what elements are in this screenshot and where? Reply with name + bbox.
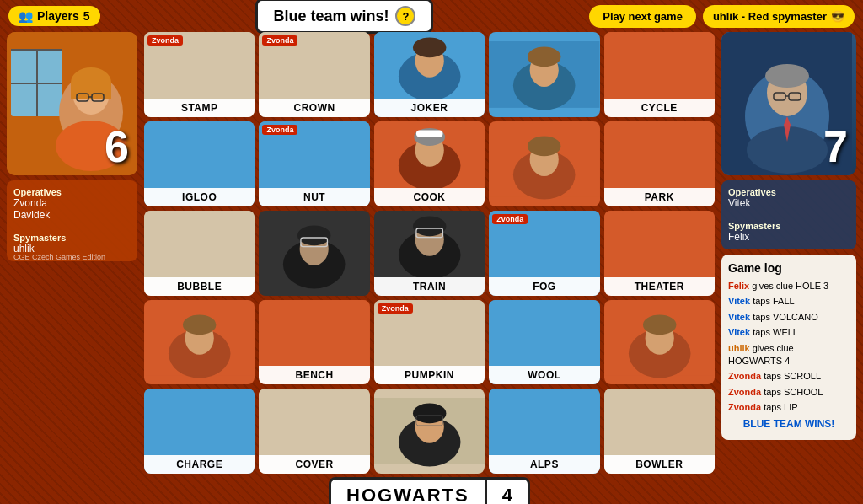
red-operative: Vitek	[728, 197, 850, 209]
svg-point-20	[413, 38, 446, 58]
card-NUT[interactable]: ZvondaNUT	[259, 121, 369, 206]
card-COVER[interactable]: COVER	[259, 389, 369, 474]
blue-operative-1: Zvonda	[13, 197, 131, 209]
card-CHARGE[interactable]: CHARGE	[144, 389, 255, 474]
card-empty-22[interactable]	[374, 389, 485, 474]
user-emoji: 😎	[831, 10, 844, 23]
svg-rect-70	[604, 389, 715, 455]
log-entry: Zvonda taps SCROLL	[728, 370, 850, 383]
card-label: TRAIN	[374, 277, 485, 296]
blue-team-score: 6	[105, 125, 129, 169]
card-IGLOO[interactable]: IGLOO	[144, 121, 255, 206]
card-BUBBLE[interactable]: BUBBLE	[144, 211, 255, 296]
blue-team-info: Operatives Zvonda Davidek Spymasters uhl…	[7, 180, 137, 261]
log-entry: Felix gives clue HOLE 3	[728, 280, 850, 292]
blue-operatives-label: Operatives	[13, 187, 131, 197]
red-team-card: 7	[721, 32, 856, 175]
svg-rect-32	[416, 130, 443, 137]
players-label: Players	[37, 9, 79, 23]
help-button[interactable]: ?	[395, 6, 415, 26]
svg-rect-50	[604, 211, 715, 277]
log-entry: Vitek taps FALL	[728, 295, 850, 308]
svg-rect-25	[604, 32, 715, 99]
card-label: FOG	[489, 277, 599, 296]
card-label: CYCLE	[604, 99, 715, 117]
card-label: BOWLER	[604, 455, 715, 474]
players-icon: 👥	[19, 9, 33, 23]
red-team-info: Operatives Vitek Spymasters Felix	[721, 180, 856, 249]
card-label: COVER	[259, 455, 369, 474]
svg-rect-63	[259, 389, 369, 455]
card-BOWLER[interactable]: BOWLER	[604, 389, 715, 474]
card-label: CHARGE	[144, 455, 255, 474]
card-tag: Zvonda	[147, 35, 183, 46]
card-label: WOOL	[489, 366, 599, 384]
svg-point-42	[297, 225, 330, 245]
card-BENCH[interactable]: BENCH	[259, 300, 369, 385]
card-label: BUBBLE	[144, 277, 255, 296]
right-panel: 7 Operatives Vitek Spymasters Felix Game…	[721, 32, 856, 497]
game-log: Game log Felix gives clue HOLE 3Vitek ta…	[721, 255, 856, 440]
card-label: COOK	[374, 188, 485, 206]
card-tag: Zvonda	[378, 303, 413, 314]
log-entry: uhlik gives clue HOGWARTS 4	[728, 342, 850, 368]
red-spymaster: Felix	[728, 231, 850, 243]
card-COOK[interactable]: COOK	[374, 121, 485, 206]
card-JOKER[interactable]: JOKER	[374, 32, 485, 117]
card-label: NUT	[259, 188, 369, 206]
log-entries: Felix gives clue HOLE 3Vitek taps FALLVi…	[728, 280, 850, 431]
log-entry: BLUE TEAM WINS!	[728, 417, 850, 432]
card-CROWN[interactable]: ZvondaCROWN	[259, 32, 369, 117]
blue-team-panel: 6 Operatives Zvonda Davidek Spymasters u…	[7, 32, 137, 497]
clue-word: HOGWARTS	[329, 477, 485, 504]
card-TRAIN[interactable]: TRAIN	[374, 211, 485, 296]
card-tag: Zvonda	[262, 35, 297, 46]
svg-rect-6	[11, 83, 62, 84]
log-entry: Vitek taps WELL	[728, 326, 850, 339]
card-grid: ZvondaSTAMP ZvondaCROWN JOKER CYCLE IGLO…	[144, 32, 715, 474]
card-label: CROWN	[259, 99, 369, 117]
win-message: Blue team wins!	[273, 8, 389, 25]
win-banner: Blue team wins! ?	[255, 0, 433, 34]
svg-rect-38	[144, 211, 255, 277]
card-CYCLE[interactable]: CYCLE	[604, 32, 715, 117]
players-count: 5	[83, 9, 90, 23]
card-PARK[interactable]: PARK	[604, 121, 715, 206]
svg-rect-55	[259, 300, 369, 367]
card-empty-11[interactable]	[259, 211, 369, 296]
svg-point-75	[765, 64, 809, 88]
card-label: JOKER	[374, 99, 485, 117]
card-PUMPKIN[interactable]: ZvondaPUMPKIN	[374, 300, 485, 385]
main-area: 6 Operatives Zvonda Davidek Spymasters u…	[0, 32, 863, 504]
card-empty-19[interactable]	[604, 300, 715, 385]
card-ALPS[interactable]: ALPS	[489, 389, 599, 474]
svg-point-67	[413, 404, 446, 424]
red-operatives-label: Operatives	[728, 187, 850, 197]
card-label: PUMPKIN	[374, 366, 485, 384]
svg-point-47	[413, 216, 446, 236]
card-THEATER[interactable]: THEATER	[604, 211, 715, 296]
svg-point-36	[528, 136, 560, 156]
header-right: Play next game uhlik - Red spymaster 😎	[589, 5, 855, 28]
card-STAMP[interactable]: ZvondaSTAMP	[144, 32, 255, 117]
svg-point-54	[183, 314, 216, 335]
svg-point-61	[643, 314, 676, 335]
card-WOOL[interactable]: WOOL	[489, 300, 599, 385]
game-log-title: Game log	[728, 261, 850, 275]
card-label: STAMP	[144, 99, 255, 117]
card-empty-8[interactable]	[489, 121, 599, 206]
svg-rect-26	[144, 121, 255, 188]
players-badge: 👥 Players 5	[8, 6, 100, 26]
svg-rect-69	[489, 389, 599, 455]
header: 👥 Players 5 Blue team wins! ? Play next …	[0, 0, 863, 32]
card-empty-3[interactable]	[489, 32, 599, 117]
card-empty-15[interactable]	[144, 300, 255, 385]
cge-logo: CGE Czech Games Edition	[13, 253, 105, 261]
blue-spymasters-label: Spymasters	[13, 233, 131, 243]
card-label: IGLOO	[144, 188, 255, 206]
clue-number: 4	[485, 477, 530, 504]
log-entry: Zvonda taps LIP	[728, 401, 850, 414]
card-FOG[interactable]: ZvondaFOG	[489, 211, 599, 296]
clue-bar: HOGWARTS 4	[144, 477, 715, 504]
play-next-button[interactable]: Play next game	[589, 5, 696, 28]
